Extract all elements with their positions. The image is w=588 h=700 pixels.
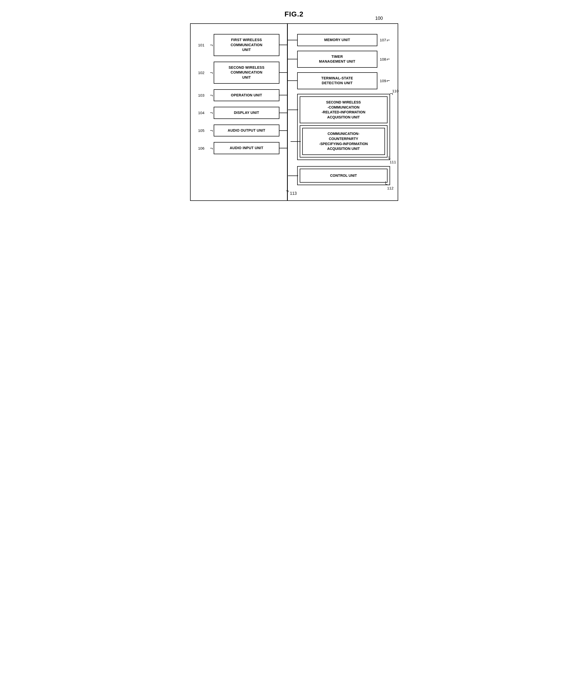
memory-unit: MEMORY UNIT xyxy=(297,34,377,46)
connector-112 xyxy=(288,176,298,176)
control-unit-wrapper: CONTROL UNIT 112 └ xyxy=(297,166,390,185)
ref-110: 110 xyxy=(392,89,399,93)
bracket-108: ⌐ xyxy=(387,56,390,62)
row-audio-output: 105 ⌐ AUDIO OUTPUT UNIT xyxy=(198,125,279,137)
connector-103 xyxy=(279,95,287,95)
bracket-101: ⌐ xyxy=(210,42,213,48)
ref-101: 101 xyxy=(198,43,208,47)
left-column: 101 ⌐ FIRST WIRELESSCOMMUNICATIONUNIT 10… xyxy=(198,34,287,185)
control-unit-outer: CONTROL UNIT xyxy=(297,166,390,185)
communication-counterparty-specifying-information-acquisition-unit: COMMUNICATION-COUNTERPARTY-SPECIFYING-IN… xyxy=(302,128,385,155)
second-wireless-communication-related-information-acquisition-unit: SECOND WIRELESS-COMMUNICATION-RELATED-IN… xyxy=(300,96,388,123)
ref-109: 109 xyxy=(380,79,386,83)
bracket-111: └ xyxy=(387,156,391,162)
connector-101 xyxy=(279,45,287,45)
timer-management-unit: TIMERMANAGEMENT UNIT xyxy=(297,51,377,68)
row-timer: TIMERMANAGEMENT UNIT 108 ⌐ xyxy=(297,51,390,68)
display-unit: DISPLAY UNIT xyxy=(214,107,279,119)
control-unit: CONTROL UNIT xyxy=(300,169,388,183)
ref-112: 112 xyxy=(387,186,393,190)
bracket-112: └ xyxy=(384,181,387,187)
bracket-103: ⌐ xyxy=(210,92,213,98)
figure-title: FIG.2 xyxy=(284,10,304,18)
row-first-wireless: 101 ⌐ FIRST WIRELESSCOMMUNICATIONUNIT xyxy=(198,34,279,56)
grouped-box-111: 111 └ COMMUNICATION-COUNTERPARTY-SPECIFY… xyxy=(300,125,388,157)
bracket-107: ⌐ xyxy=(387,37,390,43)
ref-111: 111 xyxy=(390,160,396,164)
bracket-110: ⌐ xyxy=(390,90,393,97)
ref-113-label: 113 xyxy=(290,191,297,196)
connector-111 xyxy=(290,141,301,142)
row-display: 104 ⌐ DISPLAY UNIT xyxy=(198,107,279,119)
bracket-106: ⌐ xyxy=(210,145,213,151)
connector-107 xyxy=(287,40,298,40)
ref-104: 104 xyxy=(198,111,208,115)
outer-diagram-box: 101 ⌐ FIRST WIRELESSCOMMUNICATIONUNIT 10… xyxy=(190,23,398,201)
right-column: MEMORY UNIT 107 ⌐ TIMERMANAGEMENT UNIT 1… xyxy=(287,34,390,185)
ref-106: 106 xyxy=(198,146,208,150)
connector-106 xyxy=(279,148,287,148)
row-operation: 103 ⌐ OPERATION UNIT xyxy=(198,89,279,101)
bracket-105: ⌐ xyxy=(210,128,213,133)
row-terminal-state: TERMINAL-STATEDETECTION UNIT 109 ⌐ xyxy=(297,72,390,89)
connector-109 xyxy=(287,80,298,81)
connector-104 xyxy=(279,113,287,113)
row-second-wireless: 102 ⌐ SECOND WIRELESSCOMMUNICATIONUNIT xyxy=(198,62,279,84)
operation-unit: OPERATION UNIT xyxy=(214,89,279,101)
connector-108 xyxy=(287,59,298,59)
row-memory: MEMORY UNIT 107 ⌐ xyxy=(297,34,390,46)
audio-output-unit: AUDIO OUTPUT UNIT xyxy=(214,125,279,137)
audio-input-unit: AUDIO INPUT UNIT xyxy=(214,142,279,154)
ref-108: 108 xyxy=(380,57,386,61)
terminal-state-detection-unit: TERMINAL-STATEDETECTION UNIT xyxy=(297,72,377,89)
content-area: 101 ⌐ FIRST WIRELESSCOMMUNICATIONUNIT 10… xyxy=(198,34,390,185)
connector-102 xyxy=(279,72,287,73)
connector-110 xyxy=(288,110,298,110)
bracket-104: ⌐ xyxy=(210,110,213,116)
ref-107: 107 xyxy=(380,38,386,42)
ref-102: 102 xyxy=(198,71,208,75)
bracket-102: ⌐ xyxy=(210,70,213,76)
connector-105 xyxy=(279,130,287,131)
ref-100-label: 100 xyxy=(375,16,383,21)
ref-105: 105 xyxy=(198,128,208,133)
second-wireless-communication-unit: SECOND WIRELESSCOMMUNICATIONUNIT xyxy=(214,62,279,84)
grouped-box-110-111: 110 ⌐ SECOND WIRELESS-COMMUNICATION-RELA… xyxy=(297,94,390,160)
row-audio-input: 106 ⌐ AUDIO INPUT UNIT xyxy=(198,142,279,154)
ref-103: 103 xyxy=(198,93,208,97)
bracket-113: ⌐ xyxy=(286,188,289,194)
first-wireless-communication-unit: FIRST WIRELESSCOMMUNICATIONUNIT xyxy=(214,34,279,56)
bracket-109: ⌐ xyxy=(387,77,390,84)
